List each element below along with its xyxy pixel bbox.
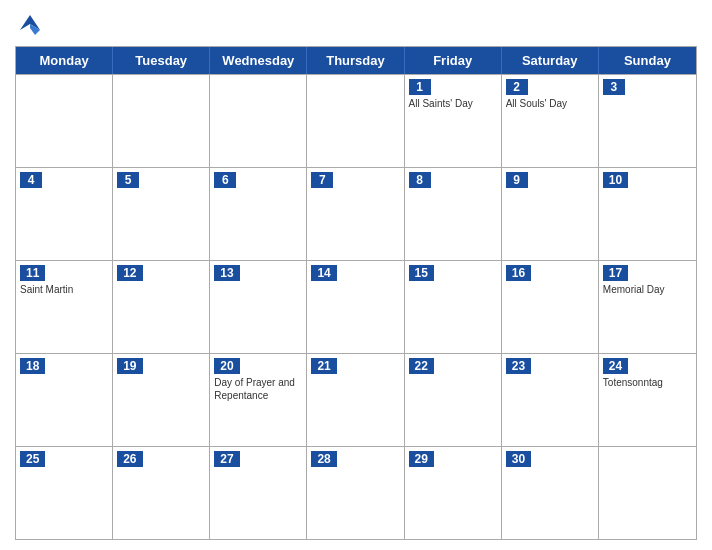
weekday-header-tuesday: Tuesday [113,47,210,74]
calendar-cell: 17Memorial Day [599,261,696,353]
weekday-header-saturday: Saturday [502,47,599,74]
calendar-cell: 15 [405,261,502,353]
calendar-cell: 4 [16,168,113,260]
calendar-cell: 21 [307,354,404,446]
calendar-cell: 24Totensonntag [599,354,696,446]
calendar-cell: 14 [307,261,404,353]
calendar-cell: 16 [502,261,599,353]
calendar-cell: 7 [307,168,404,260]
day-number: 10 [603,172,628,188]
day-number: 7 [311,172,333,188]
calendar-cell: 26 [113,447,210,539]
calendar-cell: 6 [210,168,307,260]
calendar-cell: 19 [113,354,210,446]
logo-icon [15,10,45,40]
weekday-header-wednesday: Wednesday [210,47,307,74]
day-number: 2 [506,79,528,95]
calendar-cell: 3 [599,75,696,167]
calendar-week-2: 45678910 [16,167,696,260]
day-number: 14 [311,265,336,281]
day-number: 9 [506,172,528,188]
calendar-cell [599,447,696,539]
weekday-header-monday: Monday [16,47,113,74]
day-number: 28 [311,451,336,467]
day-number: 20 [214,358,239,374]
day-number: 12 [117,265,142,281]
day-number: 11 [20,265,45,281]
calendar-cell: 5 [113,168,210,260]
calendar-cell: 27 [210,447,307,539]
calendar-cell: 11Saint Martin [16,261,113,353]
day-number: 15 [409,265,434,281]
calendar-cell: 22 [405,354,502,446]
day-number: 8 [409,172,431,188]
calendar-week-4: 181920Day of Prayer and Repentance212223… [16,353,696,446]
calendar-cell [210,75,307,167]
calendar-cell: 18 [16,354,113,446]
day-number: 29 [409,451,434,467]
weekday-header-thursday: Thursday [307,47,404,74]
calendar-cell: 10 [599,168,696,260]
day-event: Totensonntag [603,376,692,389]
header [15,10,697,40]
day-event: Memorial Day [603,283,692,296]
calendar-cell: 23 [502,354,599,446]
calendar-body: 1All Saints' Day2All Souls' Day345678910… [16,74,696,539]
day-number: 24 [603,358,628,374]
page: MondayTuesdayWednesdayThursdayFridaySatu… [0,0,712,550]
day-number: 22 [409,358,434,374]
calendar-week-5: 252627282930 [16,446,696,539]
day-number: 4 [20,172,42,188]
day-event: Day of Prayer and Repentance [214,376,302,402]
calendar: MondayTuesdayWednesdayThursdayFridaySatu… [15,46,697,540]
calendar-cell: 13 [210,261,307,353]
calendar-cell [16,75,113,167]
day-number: 5 [117,172,139,188]
day-number: 23 [506,358,531,374]
calendar-cell: 8 [405,168,502,260]
day-number: 3 [603,79,625,95]
day-number: 21 [311,358,336,374]
day-event: All Souls' Day [506,97,594,110]
calendar-header: MondayTuesdayWednesdayThursdayFridaySatu… [16,47,696,74]
day-event: All Saints' Day [409,97,497,110]
day-number: 16 [506,265,531,281]
logo [15,10,49,40]
calendar-cell: 2All Souls' Day [502,75,599,167]
calendar-week-3: 11Saint Martin121314151617Memorial Day [16,260,696,353]
calendar-cell: 29 [405,447,502,539]
day-number: 30 [506,451,531,467]
calendar-cell [307,75,404,167]
day-number: 27 [214,451,239,467]
day-number: 6 [214,172,236,188]
day-number: 19 [117,358,142,374]
day-number: 26 [117,451,142,467]
weekday-header-friday: Friday [405,47,502,74]
calendar-cell [113,75,210,167]
weekday-header-sunday: Sunday [599,47,696,74]
calendar-week-1: 1All Saints' Day2All Souls' Day3 [16,74,696,167]
day-number: 25 [20,451,45,467]
day-number: 1 [409,79,431,95]
calendar-cell: 25 [16,447,113,539]
day-number: 17 [603,265,628,281]
day-number: 18 [20,358,45,374]
day-event: Saint Martin [20,283,108,296]
day-number: 13 [214,265,239,281]
calendar-cell: 20Day of Prayer and Repentance [210,354,307,446]
calendar-cell: 28 [307,447,404,539]
calendar-cell: 1All Saints' Day [405,75,502,167]
calendar-cell: 30 [502,447,599,539]
calendar-cell: 12 [113,261,210,353]
calendar-cell: 9 [502,168,599,260]
